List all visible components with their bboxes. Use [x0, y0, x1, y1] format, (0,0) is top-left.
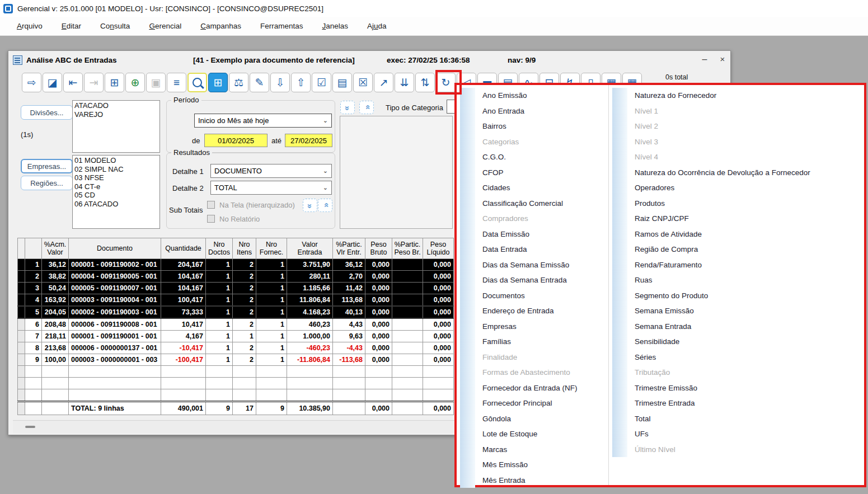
popup-item[interactable]: Trimestre Emissão [635, 380, 864, 396]
menu-item-campanhas[interactable]: Campanhas [200, 22, 241, 30]
exit-button[interactable]: ⇨ [22, 73, 41, 92]
column-header[interactable]: Peso Bruto [365, 238, 392, 259]
popup-item[interactable]: Ano Entrada [482, 103, 608, 119]
divisoes-listbox[interactable]: ATACADOVAREJO [72, 100, 160, 153]
search-button[interactable] [187, 73, 207, 92]
panel-collapse-button[interactable]: » [359, 101, 374, 114]
categoria-listbox[interactable] [340, 116, 453, 229]
detalhe2-select[interactable]: TOTAL ⌄ [210, 181, 332, 195]
popup-item[interactable]: Mês Emissão [482, 457, 608, 473]
date-from-input[interactable]: 01/02/2025 [204, 134, 268, 147]
popup-item[interactable]: Trimestre Entrada [635, 396, 864, 411]
menu-item-ajuda[interactable]: Ajuda [367, 22, 387, 30]
regioes-button[interactable]: Regiões... [21, 176, 73, 190]
expand-groups-button[interactable]: ⇅ [415, 73, 435, 92]
abc-data-grid[interactable]: %Acm. ValorDocumentoQuantidadeNro Doctos… [17, 238, 454, 415]
sort-asc-button[interactable]: ⇧ [291, 73, 311, 92]
column-header[interactable]: %Acm. Valor [42, 238, 69, 259]
popup-item[interactable]: Segmento do Produto [635, 288, 864, 304]
window-titlebar[interactable]: Análise ABC de Entradas [41 - Exemplo pa… [8, 51, 730, 70]
menu-item-ferramentas[interactable]: Ferramentas [260, 22, 303, 30]
popup-item[interactable]: UFs [635, 426, 864, 442]
scales-button[interactable]: ⚖ [229, 73, 248, 92]
close-button[interactable]: × [716, 53, 729, 67]
empresa-item[interactable]: 06 ATACADO [74, 200, 158, 209]
empresas-button[interactable]: Empresas... [21, 159, 73, 173]
popup-item[interactable]: Mês Entrada [482, 473, 608, 488]
empresas-listbox[interactable]: 01 MODELO02 SIMPL NAC03 NFSE04 CT-e05 CD… [72, 155, 160, 229]
popup-item[interactable]: Empresas [482, 319, 608, 335]
clear-eraser-button[interactable]: ◪ [43, 73, 62, 92]
total-row[interactable]: TOTAL: 9 linhas490,001917910.385,900,000… [18, 402, 454, 415]
check-list-button[interactable]: ☑ [312, 73, 331, 92]
popup-item[interactable]: Classificação Comercial [482, 196, 608, 211]
popup-item[interactable]: Documentos [482, 288, 608, 304]
popup-item[interactable]: Famílias [482, 334, 608, 350]
popup-item[interactable]: Renda/Faturamento [635, 257, 864, 273]
panel-expand-button[interactable]: » [340, 101, 355, 114]
menu-item-consulta[interactable]: Consulta [100, 22, 130, 30]
popup-item[interactable]: Lote de Estoque [482, 426, 608, 442]
empty-row[interactable] [18, 366, 454, 378]
subtotal-expand-button[interactable]: » [303, 199, 317, 212]
column-header[interactable]: Nro Fornec. [256, 238, 287, 259]
column-header[interactable] [25, 238, 42, 259]
menu-item-arquivo[interactable]: Arquivo [17, 22, 43, 30]
column-header[interactable]: Documento [69, 238, 161, 259]
add-dimension-button[interactable]: ↻ [436, 73, 456, 92]
popup-item[interactable]: Marcas [482, 442, 608, 458]
popup-item[interactable]: Natureza do Ocorrência de Devolução a Fo… [635, 165, 864, 181]
popup-item[interactable]: Dias da Semana Entrada [482, 272, 608, 288]
empresa-item[interactable]: 02 SIMPL NAC [74, 165, 158, 174]
popup-item[interactable]: Operadores [635, 180, 864, 196]
popup-item[interactable]: Ramos de Atividade [635, 227, 864, 242]
popup-item[interactable]: Raiz CNPJ/CPF [635, 211, 864, 227]
column-header[interactable]: Nro Itens [233, 238, 256, 259]
column-header[interactable]: %Partic. Vlr Entr. [333, 238, 365, 259]
column-header[interactable]: %Partic. Peso Br. [392, 238, 423, 259]
column-header[interactable] [18, 238, 25, 259]
empty-row[interactable] [18, 389, 454, 402]
popup-item[interactable]: Dias da Semana Emissão [482, 257, 608, 273]
empresa-item[interactable]: 01 MODELO [74, 156, 158, 165]
menu-item-gerencial[interactable]: Gerencial [149, 22, 181, 30]
popup-item[interactable]: Semana Entrada [635, 319, 864, 335]
collapse-groups-button[interactable]: ⇊ [395, 73, 414, 92]
popup-item[interactable]: Ano Emissão [482, 88, 608, 103]
column-header[interactable]: Valor Entrada [287, 238, 333, 259]
divisao-item[interactable]: VAREJO [74, 110, 158, 119]
date-to-input[interactable]: 27/02/2025 [285, 134, 332, 147]
no-relatorio-checkbox[interactable] [207, 215, 215, 223]
menu-item-janelas[interactable]: Janelas [322, 22, 349, 30]
option-list-button[interactable]: ▤ [332, 73, 352, 92]
first-record-button[interactable]: ⇤ [63, 73, 83, 92]
uncheck-list-button[interactable]: ☒ [353, 73, 373, 92]
table-row[interactable]: 8213,68000006 - 0000000137 - 001-10,4171… [18, 342, 454, 354]
popup-item[interactable]: CFOP [482, 165, 608, 181]
table-row[interactable]: 136,12000001 - 0091190002 - 001204,16712… [18, 259, 454, 271]
table-row[interactable]: 238,82000004 - 0091190005 - 001104,16712… [18, 271, 454, 283]
filter-button[interactable]: ≡ [167, 73, 186, 92]
popup-item[interactable]: Bairros [482, 119, 608, 134]
calc-grid-button[interactable]: ⊞ [208, 73, 228, 92]
popup-item[interactable]: Endereço de Entrada [482, 303, 608, 319]
popup-item[interactable]: Séries [635, 350, 864, 365]
add-button[interactable]: ⊕ [125, 73, 145, 92]
popup-item[interactable]: Total [635, 411, 864, 427]
popup-item[interactable]: Ruas [635, 272, 864, 288]
table-row[interactable]: 4163,92000003 - 0091190004 - 001100,4171… [18, 294, 454, 307]
empresa-item[interactable]: 03 NFSE [74, 173, 158, 182]
table-row[interactable]: 6208,48000006 - 0091190008 - 00110,41712… [18, 318, 454, 331]
popup-item[interactable]: Data Entrada [482, 242, 608, 257]
column-header[interactable]: Quantidade [161, 238, 206, 259]
edit-pencil-button[interactable]: ✎ [250, 73, 269, 92]
column-header[interactable]: Peso Líquido [423, 238, 454, 259]
column-header[interactable]: Nro Doctos [206, 238, 233, 259]
popup-item[interactable]: Fornecedor da Entrada (NF) [482, 380, 608, 396]
scrollbar-thumb[interactable] [25, 426, 35, 428]
popup-item[interactable]: Data Emissão [482, 227, 608, 242]
popup-item[interactable]: C.G.O. [482, 149, 608, 165]
empresa-item[interactable]: 05 CD [74, 191, 158, 200]
table-row[interactable]: 5204,05000002 - 0091190003 - 00173,33312… [18, 306, 454, 318]
minimize-button[interactable]: – [698, 53, 711, 67]
